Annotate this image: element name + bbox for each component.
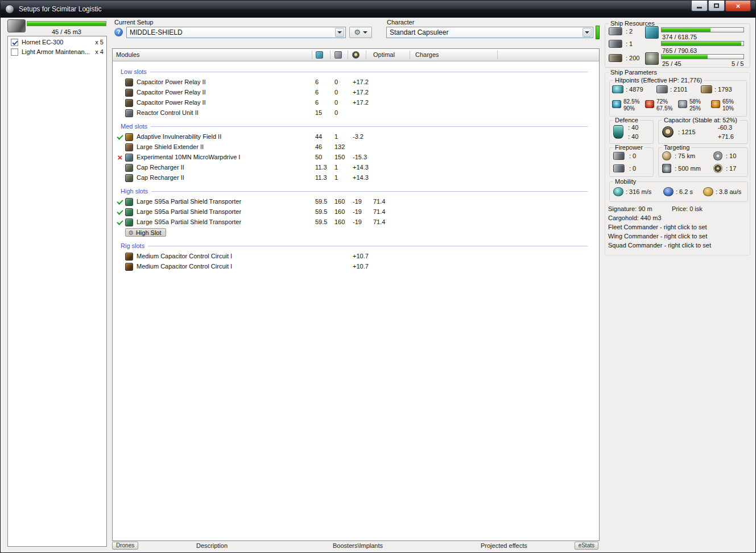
slot-section-title: Low slots [121,68,147,75]
maximize-icon [714,3,719,8]
module-cpu-value: 59.5 [315,218,327,225]
module-row[interactable]: Large S95a Partial Shield Transporter59.… [113,197,599,207]
dps-icon [613,164,625,172]
module-row[interactable]: Reactor Control Unit II150 [113,108,599,118]
tab-estats[interactable]: eStats [575,542,598,550]
drone-bandwidth-text: 25 / 45 [662,60,681,67]
module-cpu-value: 15 [315,109,322,116]
module-name: Capacitor Power Relay II [137,79,206,85]
maximize-button[interactable] [708,1,725,11]
drone-list-item[interactable]: Hornet EC-300x 5 [8,38,106,47]
slot-section-divider [148,246,588,246]
defence-icon [613,125,623,139]
price-text: Price: 0 isk [672,205,703,212]
slot-section-divider [151,191,588,192]
drone-checkbox[interactable] [11,48,18,56]
module-cpu-value: 59.5 [315,198,327,205]
empty-high-slot-button[interactable]: ⚙High Slot [125,228,166,237]
slot-section-title: Rig slots [121,242,144,249]
drones-active-text: 5 / 5 [732,60,743,67]
module-cpu-value: 6 [315,99,319,106]
capacitor-box: Capacitor (Stable at: 52%) : 1215 -60.3 … [658,120,748,144]
squad-commander-text[interactable]: Squad Commander - right click to set [608,242,711,249]
module-icon-recharger [125,164,133,172]
cpu-bar [661,27,744,32]
hitpoints-title: Hitpoints (Effective HP: 21,776) [613,77,704,84]
slot-section: Rig slotsMedium Capacitor Control Circui… [113,240,599,272]
active-check-icon [116,133,124,142]
module-name: Medium Capacitor Control Circuit I [137,253,232,259]
targeting-range-value: : 75 km [675,152,695,159]
module-name: Large Shield Extender II [137,143,204,150]
module-capacitor-value: +17.2 [353,89,369,96]
capacitor-column-icon [352,51,360,59]
module-row[interactable]: Large Shield Extender II46132 [113,142,599,152]
empty-slot-row[interactable]: ⚙High Slot [113,228,599,238]
module-optimal-value: 71.4 [373,208,385,215]
tab-projected-effects[interactable]: Projected effects [481,542,527,549]
powergrid-icon [645,52,659,65]
minimize-button[interactable] [691,1,708,11]
ship-resources-box: Ship Resources : 2 : 1 : 200 374 / 618.7… [605,23,750,68]
module-powergrid-value: 0 [334,109,338,116]
module-icon-rig [125,263,133,271]
drone-list[interactable]: Hornet EC-300x 5Light Armor Maintenan...… [7,36,107,547]
module-row[interactable]: Capacitor Power Relay II60+17.2 [113,77,599,88]
slot-section-divider [150,72,588,72]
tab-description[interactable]: Description [196,542,228,549]
tab-boosters-implants[interactable]: Boosters\Implants [333,542,383,549]
module-name: Medium Capacitor Control Circuit I [137,263,232,270]
module-row[interactable]: Medium Capacitor Control Circuit I+10.7 [113,262,599,272]
calibration-value: : 200 [626,55,639,61]
kinetic-resist-icon [678,100,687,108]
module-row[interactable]: Medium Capacitor Control Circuit I+10.7 [113,251,599,262]
mobility-title: Mobility [613,178,638,185]
slot-section-title: High slots [121,188,148,195]
tab-drones[interactable]: Drones [112,542,138,550]
explosive-resist-icon [711,100,720,108]
drone-list-item[interactable]: Light Armor Maintenan...x 4 [8,47,106,57]
module-row[interactable]: Adaptive Invulnerability Field II441-3.2 [113,132,599,142]
drone-quantity: x 4 [95,48,104,55]
empty-slot-label: High Slot [136,229,162,236]
help-icon[interactable]: ? [114,28,123,36]
app-window: Setups for Scimitar Logistic × 45 / 45 m… [0,0,756,553]
module-row[interactable]: Cap Recharger II11.31+14.3 [113,163,599,173]
drone-checkbox[interactable] [11,39,18,46]
shield-hp-icon [612,85,623,93]
module-name: Large S95a Partial Shield Transporter [137,208,241,215]
status-blank [116,252,124,261]
module-powergrid-value: 1 [334,133,338,140]
capacitor-usage: -60.3 [718,124,732,131]
setup-select[interactable]: MIDDLE-SHIELD [126,27,346,38]
close-button[interactable]: × [725,1,751,11]
targeting-title: Targeting [662,144,691,151]
slot-section: Med slotsAdaptive Invulnerability Field … [113,121,599,183]
module-name: Large S95a Partial Shield Transporter [137,198,241,205]
defence-title: Defence [613,117,640,123]
setup-select-arrow[interactable] [335,28,344,37]
module-row[interactable]: Large S95a Partial Shield Transporter59.… [113,207,599,217]
slot-section-header: Rig slots [113,240,599,251]
character-status-indicator [596,26,600,39]
module-icon-transporter [125,208,133,216]
targeting-box: Targeting : 75 km : 10 : 500 mm : 17 [658,147,748,177]
character-select-value: Standart Capsuleer [390,28,583,36]
module-row[interactable]: Capacitor Power Relay II60+17.2 [113,88,599,98]
status-blank [116,163,124,172]
wing-commander-text[interactable]: Wing Commander - right click to set [608,233,707,240]
module-cpu-value: 6 [315,79,319,85]
character-select[interactable]: Standart Capsuleer [386,27,593,38]
setup-tools-button[interactable]: ⚙ [349,27,372,38]
character-label: Character [387,19,414,26]
module-row[interactable]: Cap Recharger II11.31+14.3 [113,173,599,183]
fleet-commander-text[interactable]: Fleet Commander - right click to set [608,224,707,230]
character-select-arrow[interactable] [583,28,592,37]
launcher-hardpoints-icon [609,40,622,48]
powergrid-usage-text: 765 / 790.63 [662,47,697,54]
mobility-box: Mobility : 316 m/s : 6.2 s : 3.8 au/s [609,181,748,202]
module-row[interactable]: Large S95a Partial Shield Transporter59.… [113,217,599,228]
module-name: Large S95a Partial Shield Transporter [137,218,241,225]
module-row[interactable]: Capacitor Power Relay II60+17.2 [113,98,599,108]
module-row[interactable]: ×Experimental 10MN MicroWarpdrive I50150… [113,152,599,163]
